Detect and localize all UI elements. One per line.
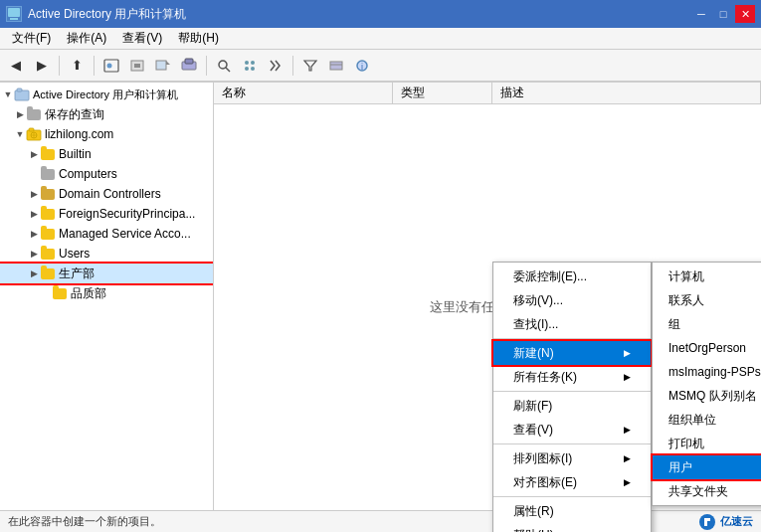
ctx-help[interactable]: 帮助(H)	[493, 523, 651, 532]
tree-arrow-shengchan: ▶	[28, 267, 40, 279]
toolbar-btn-9[interactable]: i	[350, 54, 374, 78]
svg-rect-5	[131, 61, 143, 71]
toolbar-btn-3[interactable]	[151, 54, 175, 78]
minimize-button[interactable]: ─	[691, 5, 711, 23]
sub-user[interactable]: 用户	[653, 455, 761, 479]
computers-icon	[40, 167, 56, 181]
tree-item-msa[interactable]: ▶ Managed Service Acco...	[0, 224, 213, 244]
svg-point-4	[107, 63, 112, 68]
toolbar-btn-7[interactable]	[264, 54, 287, 78]
ctx-arrange[interactable]: 排列图标(I) ▶	[493, 446, 651, 470]
ctx-new-arrow: ▶	[624, 348, 631, 358]
col-name: 名称	[214, 83, 393, 103]
tree-item-dc[interactable]: ▶ Domain Controllers	[0, 184, 213, 204]
tree-item-computers[interactable]: ▶ Computers	[0, 164, 213, 184]
menu-view[interactable]: 查看(V)	[114, 28, 170, 49]
sub-inetorg[interactable]: InetOrgPerson	[653, 336, 761, 360]
back-button[interactable]: ◀	[4, 54, 28, 78]
svg-marker-9	[166, 61, 170, 65]
tree-item-computers-label: Computers	[59, 167, 117, 181]
main-area: ▼ Active Directory 用户和计算机 ▶ 保存的查询 ▼	[0, 82, 761, 510]
tree-item-shengchan[interactable]: ▶ 生产部	[0, 264, 213, 283]
toolbar-btn-6[interactable]	[238, 54, 262, 78]
dc-icon	[40, 187, 56, 201]
tree-item-saved[interactable]: ▶ 保存的查询	[0, 104, 213, 124]
sub-contact[interactable]: 联系人	[653, 288, 761, 312]
root-icon	[14, 88, 30, 101]
ctx-align[interactable]: 对齐图标(E) ▶	[493, 470, 651, 494]
ctx-alltasks[interactable]: 所有任务(K) ▶	[493, 365, 651, 389]
window-controls: ─ □ ✕	[691, 5, 755, 23]
ctx-delegate[interactable]: 委派控制(E)...	[493, 265, 651, 288]
ctx-new[interactable]: 新建(N) ▶	[493, 341, 651, 365]
ctx-props[interactable]: 属性(R)	[493, 499, 651, 523]
menu-file[interactable]: 文件(F)	[4, 28, 59, 49]
ctx-view[interactable]: 查看(V) ▶	[493, 418, 651, 442]
title-bar-left: Active Directory 用户和计算机	[6, 6, 186, 23]
tree-item-fsp[interactable]: ▶ ForeignSecurityPrincipa...	[0, 204, 213, 224]
ctx-refresh[interactable]: 刷新(F)	[493, 394, 651, 418]
svg-rect-22	[15, 90, 29, 100]
tree-arrow-root: ▼	[2, 89, 14, 100]
col-type: 类型	[393, 83, 492, 103]
toolbar-separator-4	[292, 56, 293, 76]
tree-item-root[interactable]: ▼ Active Directory 用户和计算机	[0, 85, 213, 104]
tree-item-saved-label: 保存的查询	[45, 106, 104, 123]
shengchan-icon	[40, 266, 56, 280]
svg-rect-8	[156, 61, 166, 70]
ctx-find[interactable]: 查找(I)...	[493, 312, 651, 336]
toolbar-separator-3	[206, 56, 207, 76]
ctx-sep-4	[493, 496, 651, 497]
ctx-sep-1	[493, 338, 651, 339]
tree-item-domain-label: lizhilong.com	[45, 127, 113, 141]
filter-button[interactable]	[298, 54, 322, 78]
sub-computer[interactable]: 计算机	[653, 265, 761, 288]
svg-text:i: i	[361, 62, 363, 72]
tree-item-pinzhi[interactable]: ▶ 品质部	[0, 283, 213, 303]
logo-icon	[698, 513, 716, 531]
tree-item-shengchan-label: 生产部	[59, 266, 95, 282]
sub-printer[interactable]: 打印机	[653, 432, 761, 455]
sub-ou[interactable]: 组织单位	[653, 408, 761, 432]
sub-group[interactable]: 组	[653, 312, 761, 336]
toolbar-separator-1	[59, 56, 60, 76]
tree-item-root-label: Active Directory 用户和计算机	[33, 88, 178, 102]
sub-msmq[interactable]: MSMQ 队列别名	[653, 384, 761, 408]
tree-item-builtin[interactable]: ▶ Builtin	[0, 144, 213, 164]
toolbar-btn-8[interactable]	[324, 54, 348, 78]
menu-action[interactable]: 操作(A)	[59, 28, 114, 49]
svg-line-13	[226, 68, 230, 72]
maximize-button[interactable]: □	[713, 5, 733, 23]
tree-item-users[interactable]: ▶ Users	[0, 244, 213, 264]
ctx-sep-3	[493, 443, 651, 444]
tree-item-pinzhi-label: 品质部	[71, 285, 106, 302]
users-icon	[40, 247, 56, 261]
svg-point-15	[251, 61, 255, 65]
tree-item-users-label: Users	[59, 247, 90, 261]
toolbar-btn-1[interactable]	[99, 54, 123, 78]
tree-item-domain[interactable]: ▼ lizhilong.com	[0, 124, 213, 144]
content-header: 名称 类型 描述	[214, 83, 761, 104]
svg-point-12	[219, 61, 227, 69]
sub-msimaging[interactable]: msImaging-PSPs	[653, 360, 761, 384]
status-logo-area: 亿速云	[698, 513, 753, 531]
domain-icon	[26, 127, 42, 141]
svg-rect-23	[17, 89, 22, 91]
ctx-move[interactable]: 移动(V)...	[493, 288, 651, 312]
status-text: 在此容器中创建一个新的项目。	[8, 514, 161, 529]
svg-rect-2	[10, 18, 18, 20]
menu-help[interactable]: 帮助(H)	[170, 28, 227, 49]
toolbar-btn-4[interactable]	[177, 54, 201, 78]
close-button[interactable]: ✕	[735, 5, 755, 23]
toolbar-btn-2[interactable]	[125, 54, 149, 78]
ctx-view-arrow: ▶	[624, 425, 631, 435]
tree-arrow-fsp: ▶	[28, 208, 40, 220]
toolbar-separator-2	[94, 56, 95, 76]
forward-button[interactable]: ▶	[30, 54, 54, 78]
toolbar-btn-5[interactable]	[212, 54, 236, 78]
ctx-arrange-arrow: ▶	[624, 453, 631, 463]
toolbar: ◀ ▶ ⬆ i	[0, 50, 761, 82]
sub-share[interactable]: 共享文件夹	[653, 479, 761, 503]
tree-arrow-dc: ▶	[28, 188, 40, 200]
up-button[interactable]: ⬆	[65, 54, 89, 78]
